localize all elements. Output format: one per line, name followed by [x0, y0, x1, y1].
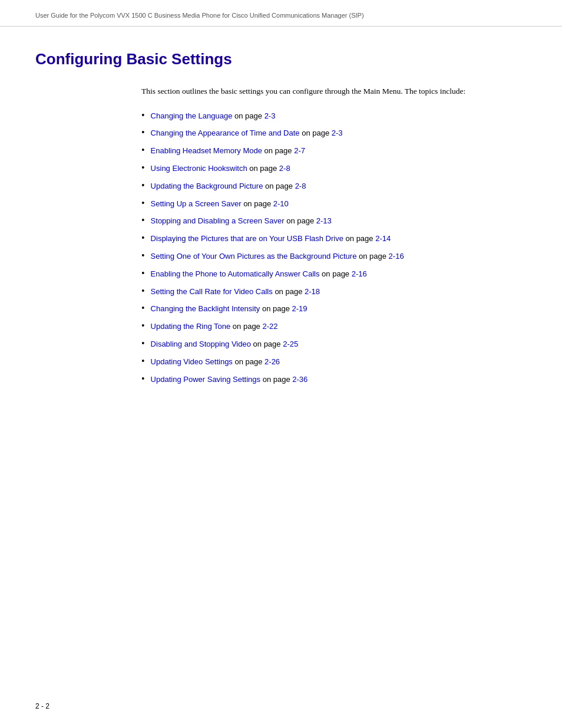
page-title: Configuring Basic Settings: [35, 50, 527, 68]
page-ref-link[interactable]: 2-3: [332, 129, 343, 137]
page-ref-text: on page: [262, 146, 294, 155]
toc-item: •Updating Video Settings on page 2-26: [141, 355, 527, 368]
toc-item-content: Enabling the Phone to Automatically Answ…: [151, 268, 367, 281]
bullet-icon: •: [141, 339, 145, 348]
page-ref-link[interactable]: 2-3: [265, 111, 276, 120]
toc-list: •Changing the Language on page 2-3•Chang…: [141, 110, 527, 386]
main-content: Configuring Basic Settings This section …: [0, 27, 562, 426]
toc-item-content: Using Electronic Hookswitch on page 2-8: [151, 162, 290, 175]
toc-item: •Changing the Language on page 2-3: [141, 110, 527, 123]
toc-item: •Stopping and Disabling a Screen Saver o…: [141, 215, 527, 228]
page-ref-text: on page: [233, 357, 265, 366]
page-container: User Guide for the Polycom VVX 1500 C Bu…: [0, 0, 562, 728]
toc-link[interactable]: Changing the Backlight Intensity: [151, 304, 260, 313]
toc-link[interactable]: Enabling Headset Memory Mode: [151, 146, 262, 155]
bullet-icon: •: [141, 163, 145, 173]
toc-item: •Enabling the Phone to Automatically Ans…: [141, 268, 527, 281]
toc-link[interactable]: Enabling the Phone to Automatically Answ…: [151, 269, 320, 278]
page-ref-text: on page: [260, 304, 292, 313]
bullet-icon: •: [141, 111, 145, 120]
page-ref-link[interactable]: 2-13: [316, 216, 332, 225]
toc-link[interactable]: Setting One of Your Own Pictures as the …: [151, 252, 357, 261]
toc-item: •Changing the Appearance of Time and Dat…: [141, 127, 527, 140]
page-ref-link[interactable]: 2-8: [295, 182, 306, 190]
toc-item: •Updating the Ring Tone on page 2-22: [141, 320, 527, 333]
page-ref-text: on page: [320, 269, 352, 278]
toc-item: •Setting the Call Rate for Video Calls o…: [141, 285, 527, 298]
page-ref-text: on page: [273, 287, 305, 296]
page-ref-text: on page: [232, 111, 264, 120]
toc-item-content: Changing the Language on page 2-3: [151, 110, 276, 123]
page-ref-text: on page: [356, 252, 388, 261]
page-ref-link[interactable]: 2-25: [283, 340, 298, 348]
page-ref-text: on page: [242, 199, 273, 208]
toc-link[interactable]: Updating Video Settings: [151, 357, 233, 366]
bullet-icon: •: [141, 199, 145, 208]
toc-link[interactable]: Changing the Language: [151, 111, 233, 120]
toc-item: •Using Electronic Hookswitch on page 2-8: [141, 162, 527, 175]
header-bar: User Guide for the Polycom VVX 1500 C Bu…: [0, 0, 562, 27]
bullet-icon: •: [141, 286, 145, 296]
toc-item-content: Updating the Ring Tone on page 2-22: [151, 320, 278, 333]
toc-link[interactable]: Updating the Background Picture: [151, 182, 263, 190]
toc-item-content: Updating the Background Picture on page …: [151, 180, 306, 193]
toc-link[interactable]: Setting the Call Rate for Video Calls: [151, 287, 273, 296]
bullet-icon: •: [141, 321, 145, 331]
page-ref-link[interactable]: 2-8: [279, 164, 290, 173]
intro-text: This section outlines the basic settings…: [141, 85, 483, 98]
toc-link[interactable]: Updating the Ring Tone: [151, 322, 231, 331]
toc-item-content: Disabling and Stopping Video on page 2-2…: [151, 338, 299, 351]
toc-link[interactable]: Changing the Appearance of Time and Date: [151, 129, 300, 137]
page-ref-link[interactable]: 2-19: [292, 304, 308, 313]
toc-link[interactable]: Disabling and Stopping Video: [151, 340, 251, 348]
bullet-icon: •: [141, 216, 145, 225]
toc-item-content: Setting the Call Rate for Video Calls on…: [151, 285, 320, 298]
toc-item: •Changing the Backlight Intensity on pag…: [141, 302, 527, 315]
bullet-icon: •: [141, 181, 145, 190]
toc-item-content: Setting Up a Screen Saver on page 2-10: [151, 197, 289, 210]
page-ref-text: on page: [343, 234, 375, 243]
page-ref-link[interactable]: 2-36: [292, 375, 308, 384]
toc-item: •Disabling and Stopping Video on page 2-…: [141, 338, 527, 351]
toc-item: •Updating the Background Picture on page…: [141, 180, 527, 193]
toc-item-content: Updating Video Settings on page 2-26: [151, 355, 280, 368]
toc-link[interactable]: Displaying the Pictures that are on Your…: [151, 234, 343, 243]
toc-item-content: Enabling Headset Memory Mode on page 2-7: [151, 144, 305, 157]
page-ref-link[interactable]: 2-16: [389, 252, 404, 261]
toc-item-content: Updating Power Saving Settings on page 2…: [151, 373, 308, 386]
toc-item: •Setting Up a Screen Saver on page 2-10: [141, 197, 527, 210]
page-ref-text: on page: [300, 129, 332, 137]
page-ref-link[interactable]: 2-7: [294, 146, 305, 155]
page-ref-link[interactable]: 2-22: [262, 322, 277, 331]
toc-link[interactable]: Stopping and Disabling a Screen Saver: [151, 216, 285, 225]
bullet-icon: •: [141, 128, 145, 137]
page-ref-text: on page: [251, 340, 283, 348]
page-ref-link[interactable]: 2-10: [273, 199, 289, 208]
toc-item: •Setting One of Your Own Pictures as the…: [141, 250, 527, 263]
toc-item-content: Displaying the Pictures that are on Your…: [151, 232, 391, 245]
toc-link[interactable]: Updating Power Saving Settings: [151, 375, 260, 384]
page-ref-text: on page: [285, 216, 316, 225]
bullet-icon: •: [141, 269, 145, 278]
page-ref-text: on page: [263, 182, 295, 190]
bullet-icon: •: [141, 374, 145, 384]
toc-item-content: Setting One of Your Own Pictures as the …: [151, 250, 404, 263]
page-ref-text: on page: [247, 164, 279, 173]
bullet-icon: •: [141, 304, 145, 313]
toc-item-content: Changing the Backlight Intensity on page…: [151, 302, 308, 315]
bullet-icon: •: [141, 251, 145, 261]
page-ref-link[interactable]: 2-16: [352, 269, 367, 278]
bullet-icon: •: [141, 233, 145, 243]
toc-item-content: Stopping and Disabling a Screen Saver on…: [151, 215, 332, 228]
toc-link[interactable]: Using Electronic Hookswitch: [151, 164, 247, 173]
toc-item: •Displaying the Pictures that are on You…: [141, 232, 527, 245]
toc-item-content: Changing the Appearance of Time and Date…: [151, 127, 343, 140]
toc-item: •Updating Power Saving Settings on page …: [141, 373, 527, 386]
page-ref-link[interactable]: 2-14: [375, 234, 391, 243]
toc-item: •Enabling Headset Memory Mode on page 2-…: [141, 144, 527, 157]
bullet-icon: •: [141, 146, 145, 155]
page-ref-link[interactable]: 2-26: [265, 357, 280, 366]
page-ref-link[interactable]: 2-18: [305, 287, 320, 296]
toc-link[interactable]: Setting Up a Screen Saver: [151, 199, 242, 208]
page-ref-text: on page: [230, 322, 262, 331]
